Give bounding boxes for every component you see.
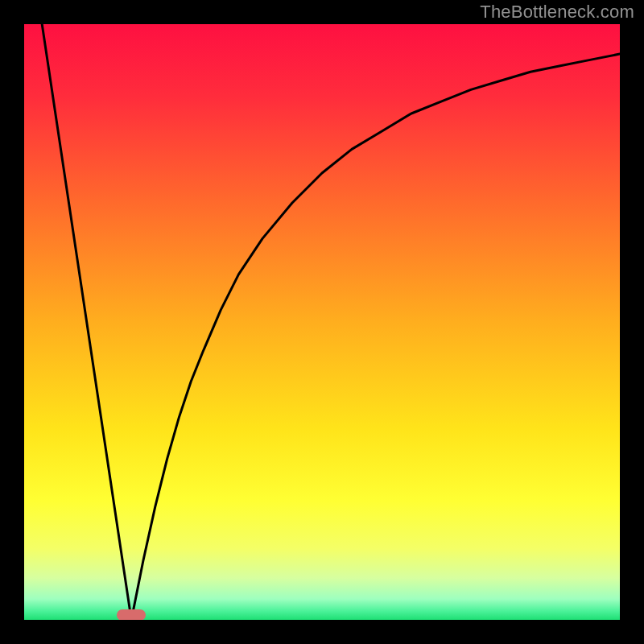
bottleneck-marker [117,609,146,620]
watermark-text: TheBottleneck.com [480,2,634,23]
curve-layer [24,24,620,620]
series-left-slope [42,24,131,620]
chart-frame: TheBottleneck.com [0,0,644,644]
series-right-curve [131,54,620,620]
plot-area [24,24,620,620]
